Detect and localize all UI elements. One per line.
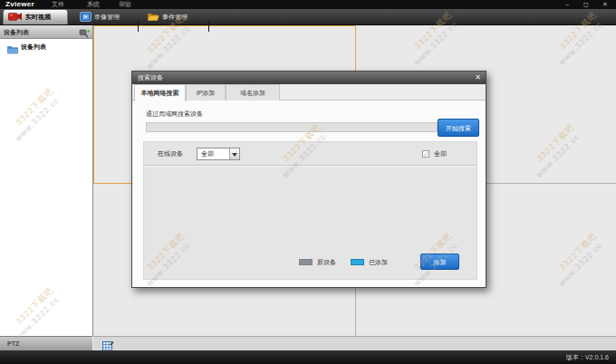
add-button[interactable]: 添加 bbox=[420, 254, 459, 270]
camera-icon bbox=[8, 12, 23, 23]
add-device-icon[interactable] bbox=[79, 26, 91, 43]
folder-icon bbox=[147, 12, 159, 23]
status-bar: 版本：V2.0.1.6 bbox=[0, 350, 616, 364]
dialog-tab-bar: 本地网络搜索 IP添加 域名添加 bbox=[132, 84, 486, 101]
sidebar-header-label: 设备列表 bbox=[4, 29, 29, 35]
search-progress-bar bbox=[146, 122, 438, 132]
app-logo: Zviewer bbox=[5, 0, 34, 9]
title-bar: Zviewer 文件 系统 帮助 – ◻ ✕ bbox=[0, 0, 616, 9]
dialog-tab-ip-add[interactable]: IP添加 bbox=[186, 84, 226, 101]
select-all-checkbox[interactable]: ✓ bbox=[422, 150, 429, 158]
dropdown-value: 全部 bbox=[201, 148, 214, 159]
tab-label: 录像管理 bbox=[94, 13, 120, 22]
lan-search-label: 通过局域网搜索设备 bbox=[146, 110, 203, 119]
device-list-panel: 在线设备 全部 ✓ 全部 新设备 已添加 添加 bbox=[143, 141, 477, 280]
sidebar-item-device-list[interactable]: 设备列表 bbox=[21, 43, 46, 52]
dialog-tab-domain-add[interactable]: 域名添加 bbox=[226, 84, 280, 101]
dialog-close-icon[interactable]: ✕ bbox=[475, 72, 481, 84]
legend-label-added: 已添加 bbox=[369, 258, 388, 267]
main-tab-bar: 实时视频 录像管理 事件管理 bbox=[0, 9, 616, 25]
ptz-label: PTZ bbox=[7, 340, 19, 347]
tab-live-video[interactable]: 实时视频 bbox=[3, 9, 68, 24]
tab-record-management[interactable]: 录像管理 bbox=[71, 9, 138, 25]
start-search-button[interactable]: 开始搜索 bbox=[438, 119, 479, 137]
dialog-tab-local-network-search[interactable]: 本地网络搜索 bbox=[134, 84, 186, 101]
film-icon bbox=[80, 12, 91, 23]
minimize-button[interactable]: – bbox=[562, 0, 573, 9]
tab-event-management[interactable]: 事件管理 bbox=[140, 9, 208, 25]
bottom-toolbar-strip bbox=[93, 336, 616, 350]
folder-icon-blue bbox=[7, 42, 18, 58]
zviewer-window: Zviewer 文件 系统 帮助 – ◻ ✕ 实时视频 bbox=[0, 0, 616, 364]
legend-label-new-device: 新设备 bbox=[317, 258, 336, 267]
device-filter-row: 在线设备 全部 ✓ 全部 bbox=[144, 142, 476, 166]
close-button[interactable]: ✕ bbox=[600, 0, 611, 9]
tab-label: 事件管理 bbox=[162, 13, 188, 22]
ptz-panel-header[interactable]: PTZ bbox=[0, 336, 92, 350]
maximize-button[interactable]: ◻ bbox=[581, 0, 592, 9]
dialog-title: 搜索设备 bbox=[138, 74, 163, 81]
tab-separator bbox=[208, 21, 209, 32]
device-sidebar: 设备列表 设备列表 PTZ bbox=[0, 25, 93, 336]
dropdown-button[interactable] bbox=[229, 148, 239, 159]
select-all-label: 全部 bbox=[434, 142, 447, 166]
search-device-dialog: 搜索设备 ✕ 本地网络搜索 IP添加 域名添加 通过局域网搜索设备 开始搜索 在… bbox=[131, 71, 486, 288]
version-label: 版本：V2.0.1.6 bbox=[566, 350, 609, 364]
online-device-label: 在线设备 bbox=[158, 142, 183, 166]
dialog-title-bar: 搜索设备 ✕ bbox=[132, 72, 486, 84]
legend-swatch-added bbox=[351, 259, 364, 265]
device-filter-dropdown[interactable]: 全部 bbox=[197, 148, 240, 160]
tab-label: 实时视频 bbox=[25, 13, 51, 22]
tab-separator bbox=[138, 21, 139, 32]
menu-help[interactable]: 帮助 bbox=[119, 0, 131, 9]
menu-file[interactable]: 文件 bbox=[52, 0, 64, 9]
legend-swatch-new-device bbox=[299, 259, 313, 265]
chevron-down-icon bbox=[232, 153, 237, 157]
menu-system[interactable]: 系统 bbox=[87, 0, 100, 9]
